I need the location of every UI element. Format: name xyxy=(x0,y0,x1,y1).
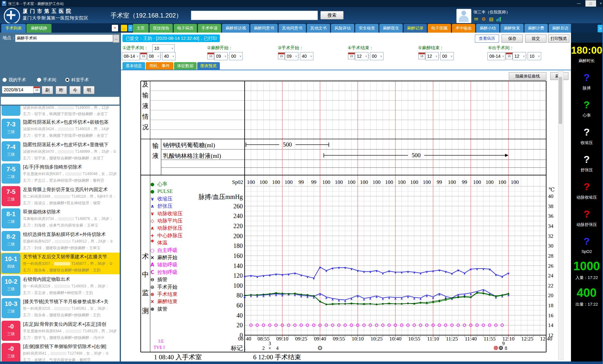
date-button-昨[interactable]: 昨 xyxy=(56,86,67,94)
chart-icon[interactable] xyxy=(496,16,502,22)
avatar[interactable] xyxy=(456,9,471,23)
gear-icon[interactable]: ⚙ xyxy=(481,16,486,22)
list-item[interactable]: 7-3三级隐匿性阴茎延长术+包皮环切术+嵌顿包茎泌尿外科病房3424， T149… xyxy=(1,118,120,140)
field-hour-1[interactable]: 08 xyxy=(147,52,160,60)
tab-麻醉后访[interactable]: 麻醉后访 xyxy=(549,24,571,33)
toolbar-button-保存[interactable]: 保存 xyxy=(502,35,523,43)
toolbar-button-打印预览[interactable]: 打印预览 xyxy=(548,35,569,43)
field-min-1[interactable]: 40 xyxy=(162,52,176,60)
tab-麻醉恢复[interactable]: 麻醉恢复 xyxy=(500,24,524,33)
svg-text:拔管: 拔管 xyxy=(157,306,167,312)
search-button[interactable]: 搜索 xyxy=(320,11,344,19)
toolbar-button-提交[interactable]: 提交 xyxy=(525,35,546,43)
field-min-5[interactable]: 00 xyxy=(440,52,454,60)
calendar-icon[interactable] xyxy=(506,52,513,59)
tab-麻醉医生[interactable]: 麻醉医生 xyxy=(379,24,403,33)
tab-麻醉记录[interactable]: 麻醉记录 xyxy=(404,24,427,33)
tab-手术申请[interactable]: 手术申请 xyxy=(198,24,221,33)
item-number: 8-1 xyxy=(2,211,20,218)
svg-text:℃: ℃ xyxy=(549,187,555,193)
field-date-6[interactable]: 08-14 xyxy=(487,52,505,60)
list-item[interactable]: 8-2二级组织选择性直肠粘膜环切术+外痔切除术肛肠科病房N237， T14901… xyxy=(1,230,120,252)
tab-其他文书[interactable]: 其他文书 xyxy=(307,24,330,33)
intake-value: 1000 xyxy=(571,260,602,273)
field-hour-4[interactable]: 12 xyxy=(355,52,368,60)
minimize-button[interactable]: — xyxy=(573,0,584,7)
toolbar-button-查看病历[interactable]: 查看病历 xyxy=(475,35,499,43)
field-date-1[interactable]: 08-14 xyxy=(122,52,140,60)
list-item[interactable]: 7-5二级[右手]手拇指多指畸形切除术手足显微外科病房6307， T149046… xyxy=(1,163,120,185)
svg-text:6 12:00 手术结束: 6 12:00 手术结束 xyxy=(253,353,301,361)
close-button[interactable]: × xyxy=(595,0,603,7)
tab-电子病历[interactable]: 电子病历 xyxy=(174,24,197,33)
search-input[interactable] xyxy=(191,11,318,20)
subtab-基本信息[interactable]: 基本信息 xyxy=(122,62,145,70)
list-item[interactable]: 7-5三级左肱骨髁上骨折切开复位克氏针内固定术骨二科病房3349， T14911… xyxy=(1,185,120,207)
calendar-icon[interactable] xyxy=(278,52,285,59)
tab-术中输血[interactable]: 术中输血 xyxy=(452,24,475,33)
tab-安全核查[interactable]: 安全核查 xyxy=(355,24,378,33)
calendar-icon[interactable] xyxy=(348,52,355,59)
list-filter-strip[interactable] xyxy=(1,97,120,105)
calendar-icon[interactable] xyxy=(33,86,40,93)
list-item[interactable]: 三级泌尿外科病房3409， T149000，男，12岁主刀：邬宇龙，蛛网膜下腔阻… xyxy=(1,106,120,117)
list-item[interactable]: -0三级[左足]趾骨骨折复位内固定术+[左足]清创手足显微外科病房6344， T… xyxy=(1,320,120,342)
chart-vscroll-thumb[interactable] xyxy=(559,77,562,124)
tab-医技报告[interactable]: 医技报告 xyxy=(149,24,173,33)
svg-text:1: 1 xyxy=(243,345,246,351)
date-button-今[interactable]: 今 xyxy=(69,86,81,94)
calendar-icon[interactable] xyxy=(207,52,214,59)
tab-其他同意书[interactable]: 其他同意书 xyxy=(279,24,306,33)
sidebar-tab-手术列表[interactable]: 手术列表 xyxy=(1,24,26,33)
coins-icon[interactable]: ▤ xyxy=(488,16,494,22)
tab-主页[interactable]: 主页 xyxy=(133,24,149,33)
field-min-6[interactable]: 10 xyxy=(528,52,541,60)
tab-麻醉小结[interactable]: 麻醉小结 xyxy=(476,24,499,33)
svg-text:∧: ∧ xyxy=(407,295,410,299)
svg-text:100: 100 xyxy=(285,179,293,185)
subtab-用药、事件[interactable]: 用药、事件 xyxy=(146,62,173,70)
field-min-2[interactable]: 00 xyxy=(229,52,243,60)
svg-text:◇: ◇ xyxy=(150,218,154,224)
tab-风险评估[interactable]: 风险评估 xyxy=(331,24,354,33)
date-input[interactable]: 2020/8/14 xyxy=(2,86,34,94)
list-item[interactable]: 10-1四级关节镜下左后交叉韧带重建术+[左膝关节骨一科病房3207， T145… xyxy=(1,253,120,274)
field-hour-6[interactable]: 12 xyxy=(513,52,526,60)
location-more-button[interactable]: ... xyxy=(113,35,119,43)
location-input[interactable]: 麻醉手术科 xyxy=(15,35,113,42)
svg-text:09:40: 09:40 xyxy=(314,336,326,342)
chart-vscrollbar[interactable] xyxy=(558,71,563,360)
mail-icon[interactable]: ✉ xyxy=(473,16,479,22)
tabstrip-close-button[interactable]: × xyxy=(112,25,118,31)
tab-麻醉前访视[interactable]: 麻醉前访视 xyxy=(222,24,249,33)
field-hour-2[interactable]: 09 xyxy=(214,52,228,60)
room-select[interactable]: 10 xyxy=(152,44,175,52)
tabstrip-more-button[interactable]: ... xyxy=(121,25,127,31)
list-item[interactable]: 7-4三级隐匿性阴茎延长术+包皮环切术+显微镜下泌尿外科病房3470， T148… xyxy=(1,141,120,162)
tab-电子医嘱[interactable]: 电子医嘱 xyxy=(428,24,451,33)
tabstrip-scroll-right-button[interactable]: > xyxy=(598,25,603,32)
field-min-3[interactable]: 40 xyxy=(300,52,313,60)
date-button-明[interactable]: 明 xyxy=(83,86,95,94)
sidebar-tab-麻醉镇静[interactable]: 麻醉镇静 xyxy=(26,24,52,33)
radio-科室手术[interactable] xyxy=(65,78,69,82)
list-item[interactable]: 10-2三级右锁骨内固定物取出术骨一科病房3219， T149003，男，38岁… xyxy=(1,275,120,297)
tab-麻醉计费[interactable]: 麻醉计费 xyxy=(524,24,548,33)
date-button-刷[interactable]: 刷 xyxy=(42,86,53,94)
svg-text:∨: ∨ xyxy=(501,275,504,279)
field-hour-3[interactable]: 09 xyxy=(285,52,298,60)
subtab-体征数据[interactable]: 体征数据 xyxy=(174,62,197,70)
list-item[interactable]: -0三级[左侧]腹腔镜下单侧输卵管切除术+[右侧]妇科病房3541， T1274… xyxy=(1,342,120,364)
field-hour-5[interactable]: 12 xyxy=(425,52,439,60)
list-item[interactable]: 8-1二级双侧扁桃体切除术耳鼻喉科病房3734， T148976，女，26岁：主… xyxy=(1,208,120,229)
radio-我的手术[interactable] xyxy=(3,78,7,82)
list-item[interactable]: 10-3三级[膝关节镜]关节镜下半月板修整成形术+关骨一科病房3215， T14… xyxy=(1,297,120,319)
radio-手术间[interactable] xyxy=(37,78,41,82)
tabstrip-scroll-left-button[interactable]: < xyxy=(128,25,133,31)
calendar-icon[interactable] xyxy=(418,52,425,59)
field-min-4[interactable]: 00 xyxy=(370,52,383,60)
tab-麻醉同意书[interactable]: 麻醉同意书 xyxy=(250,24,278,33)
maximize-button[interactable]: □ xyxy=(585,0,596,7)
calendar-icon[interactable] xyxy=(140,52,147,59)
subtab-图表预览[interactable]: 图表预览 xyxy=(197,62,220,70)
